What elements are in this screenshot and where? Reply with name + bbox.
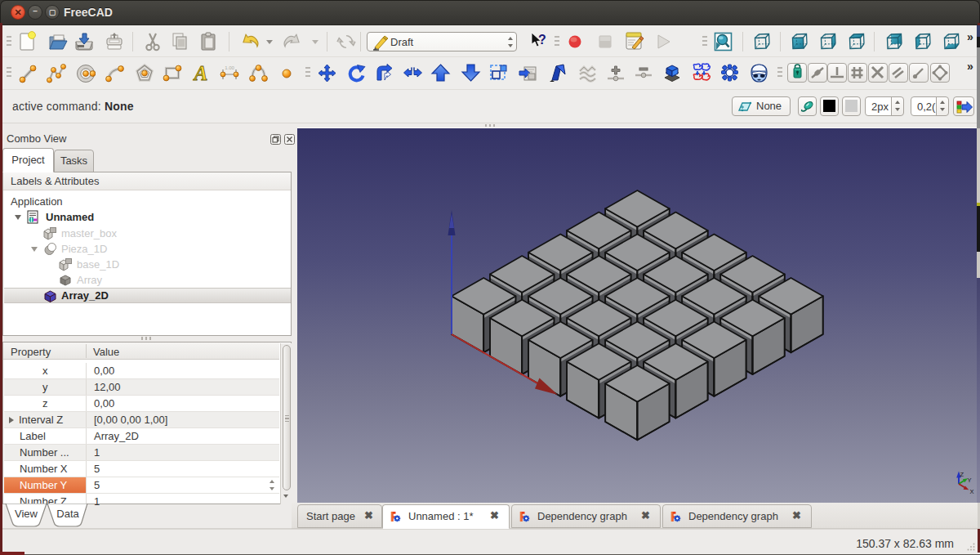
- svg-text:Y: Y: [968, 477, 972, 484]
- svg-text:X: X: [970, 488, 974, 495]
- svg-text:A: A: [193, 63, 208, 84]
- svg-text:Z: Z: [960, 471, 964, 478]
- svg-text:1.00: 1.00: [225, 65, 234, 70]
- svg-text:Data: Data: [56, 508, 79, 520]
- svg-text:View: View: [15, 508, 38, 520]
- svg-text:?: ?: [538, 33, 546, 47]
